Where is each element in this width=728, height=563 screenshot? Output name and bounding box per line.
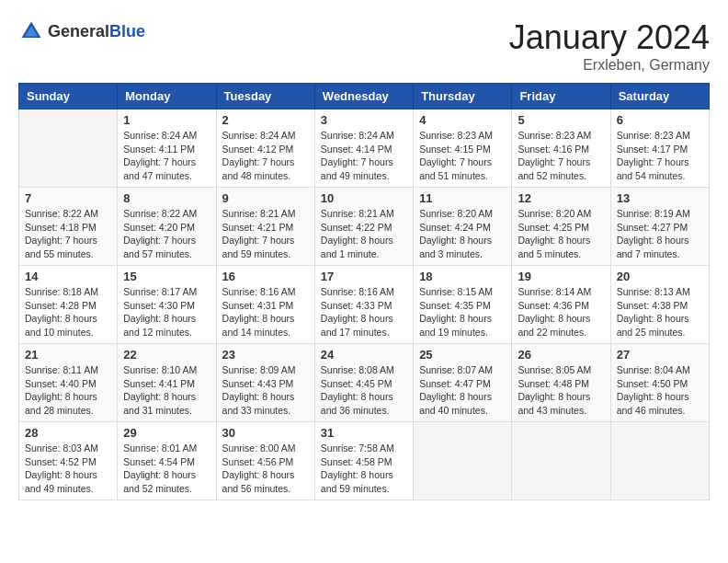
- day-info: Sunrise: 8:00 AM Sunset: 4:56 PM Dayligh…: [222, 442, 309, 496]
- day-number: 25: [419, 348, 506, 362]
- day-number: 7: [25, 191, 111, 205]
- calendar-cell: 1Sunrise: 8:24 AM Sunset: 4:11 PM Daylig…: [118, 109, 216, 188]
- day-info: Sunrise: 8:08 AM Sunset: 4:45 PM Dayligh…: [321, 363, 407, 418]
- day-info: Sunrise: 7:58 AM Sunset: 4:58 PM Dayligh…: [321, 442, 407, 496]
- calendar-cell: 24Sunrise: 8:08 AM Sunset: 4:45 PM Dayli…: [314, 344, 413, 422]
- calendar-cell: 30Sunrise: 8:00 AM Sunset: 4:56 PM Dayli…: [216, 422, 314, 500]
- day-info: Sunrise: 8:07 AM Sunset: 4:47 PM Dayligh…: [419, 363, 506, 418]
- day-info: Sunrise: 8:17 AM Sunset: 4:30 PM Dayligh…: [123, 285, 210, 339]
- calendar-cell: 3Sunrise: 8:24 AM Sunset: 4:14 PM Daylig…: [314, 109, 413, 188]
- location-subtitle: Erxleben, Germany: [509, 57, 710, 74]
- calendar-cell: 25Sunrise: 8:07 AM Sunset: 4:47 PM Dayli…: [414, 344, 512, 422]
- calendar-cell: 27Sunrise: 8:04 AM Sunset: 4:50 PM Dayli…: [610, 344, 709, 422]
- calendar-cell: 6Sunrise: 8:23 AM Sunset: 4:17 PM Daylig…: [610, 109, 709, 188]
- day-number: 13: [617, 191, 703, 205]
- day-number: 23: [222, 348, 309, 362]
- calendar-cell: 26Sunrise: 8:05 AM Sunset: 4:48 PM Dayli…: [512, 344, 610, 422]
- day-info: Sunrise: 8:15 AM Sunset: 4:35 PM Dayligh…: [419, 285, 506, 339]
- day-info: Sunrise: 8:04 AM Sunset: 4:50 PM Dayligh…: [617, 363, 703, 418]
- day-number: 26: [518, 348, 604, 362]
- day-number: 28: [25, 426, 111, 440]
- title-block: January 2024 Erxleben, Germany: [509, 18, 710, 74]
- day-info: Sunrise: 8:21 AM Sunset: 4:22 PM Dayligh…: [321, 207, 407, 261]
- day-number: 15: [123, 270, 210, 283]
- calendar-header-row: SundayMondayTuesdayWednesdayThursdayFrid…: [19, 84, 710, 109]
- calendar-cell: 9Sunrise: 8:21 AM Sunset: 4:21 PM Daylig…: [216, 188, 314, 266]
- day-info: Sunrise: 8:24 AM Sunset: 4:11 PM Dayligh…: [123, 129, 210, 183]
- day-info: Sunrise: 8:24 AM Sunset: 4:14 PM Dayligh…: [321, 129, 407, 183]
- calendar-cell: 15Sunrise: 8:17 AM Sunset: 4:30 PM Dayli…: [118, 266, 216, 344]
- calendar-cell: 13Sunrise: 8:19 AM Sunset: 4:27 PM Dayli…: [610, 188, 709, 266]
- day-number: 3: [321, 113, 407, 127]
- day-number: 5: [518, 113, 604, 127]
- day-of-week-header: Sunday: [19, 84, 118, 109]
- day-number: 30: [222, 426, 309, 440]
- day-info: Sunrise: 8:20 AM Sunset: 4:24 PM Dayligh…: [419, 207, 506, 261]
- day-of-week-header: Wednesday: [314, 84, 413, 109]
- calendar-cell: 4Sunrise: 8:23 AM Sunset: 4:15 PM Daylig…: [414, 109, 512, 188]
- day-number: 27: [617, 348, 703, 362]
- day-number: 11: [419, 191, 506, 205]
- calendar-cell: 17Sunrise: 8:16 AM Sunset: 4:33 PM Dayli…: [314, 266, 413, 344]
- calendar-table: SundayMondayTuesdayWednesdayThursdayFrid…: [18, 83, 710, 500]
- calendar-cell: 22Sunrise: 8:10 AM Sunset: 4:41 PM Dayli…: [118, 344, 216, 422]
- calendar-week-row: 14Sunrise: 8:18 AM Sunset: 4:28 PM Dayli…: [19, 266, 710, 344]
- day-info: Sunrise: 8:05 AM Sunset: 4:48 PM Dayligh…: [518, 363, 604, 418]
- calendar-cell: 29Sunrise: 8:01 AM Sunset: 4:54 PM Dayli…: [118, 422, 216, 500]
- day-info: Sunrise: 8:21 AM Sunset: 4:21 PM Dayligh…: [222, 207, 309, 261]
- calendar-cell: [610, 422, 709, 500]
- calendar-cell: [19, 109, 118, 188]
- calendar-cell: 31Sunrise: 7:58 AM Sunset: 4:58 PM Dayli…: [314, 422, 413, 500]
- day-info: Sunrise: 8:19 AM Sunset: 4:27 PM Dayligh…: [617, 207, 703, 261]
- day-info: Sunrise: 8:10 AM Sunset: 4:41 PM Dayligh…: [123, 363, 210, 418]
- day-number: 4: [419, 113, 506, 127]
- day-number: 9: [222, 191, 309, 205]
- calendar-cell: 20Sunrise: 8:13 AM Sunset: 4:38 PM Dayli…: [610, 266, 709, 344]
- day-info: Sunrise: 8:18 AM Sunset: 4:28 PM Dayligh…: [25, 285, 111, 339]
- day-number: 16: [222, 270, 309, 283]
- day-number: 18: [419, 270, 506, 283]
- page-header: GeneralBlue January 2024 Erxleben, Germa…: [18, 18, 710, 74]
- day-number: 31: [321, 426, 407, 440]
- logo: GeneralBlue: [18, 18, 145, 44]
- day-of-week-header: Friday: [512, 84, 610, 109]
- calendar-cell: 5Sunrise: 8:23 AM Sunset: 4:16 PM Daylig…: [512, 109, 610, 188]
- calendar-cell: 21Sunrise: 8:11 AM Sunset: 4:40 PM Dayli…: [19, 344, 118, 422]
- day-info: Sunrise: 8:22 AM Sunset: 4:18 PM Dayligh…: [25, 207, 111, 261]
- logo-icon: [18, 18, 44, 44]
- day-number: 12: [518, 191, 604, 205]
- day-of-week-header: Tuesday: [216, 84, 314, 109]
- day-number: 2: [222, 113, 309, 127]
- day-info: Sunrise: 8:01 AM Sunset: 4:54 PM Dayligh…: [123, 442, 210, 496]
- day-info: Sunrise: 8:13 AM Sunset: 4:38 PM Dayligh…: [617, 285, 703, 339]
- day-info: Sunrise: 8:16 AM Sunset: 4:31 PM Dayligh…: [222, 285, 309, 339]
- calendar-cell: 28Sunrise: 8:03 AM Sunset: 4:52 PM Dayli…: [19, 422, 118, 500]
- day-info: Sunrise: 8:16 AM Sunset: 4:33 PM Dayligh…: [321, 285, 407, 339]
- day-number: 20: [617, 270, 703, 283]
- calendar-cell: 7Sunrise: 8:22 AM Sunset: 4:18 PM Daylig…: [19, 188, 118, 266]
- day-info: Sunrise: 8:09 AM Sunset: 4:43 PM Dayligh…: [222, 363, 309, 418]
- day-info: Sunrise: 8:24 AM Sunset: 4:12 PM Dayligh…: [222, 129, 309, 183]
- day-info: Sunrise: 8:23 AM Sunset: 4:17 PM Dayligh…: [617, 129, 703, 183]
- day-of-week-header: Thursday: [414, 84, 512, 109]
- logo-text: GeneralBlue: [48, 22, 145, 41]
- day-info: Sunrise: 8:23 AM Sunset: 4:15 PM Dayligh…: [419, 129, 506, 183]
- day-number: 17: [321, 270, 407, 283]
- calendar-cell: 23Sunrise: 8:09 AM Sunset: 4:43 PM Dayli…: [216, 344, 314, 422]
- day-number: 1: [123, 113, 210, 127]
- day-number: 21: [25, 348, 111, 362]
- calendar-week-row: 28Sunrise: 8:03 AM Sunset: 4:52 PM Dayli…: [19, 422, 710, 500]
- day-info: Sunrise: 8:11 AM Sunset: 4:40 PM Dayligh…: [25, 363, 111, 418]
- day-number: 14: [25, 270, 111, 283]
- calendar-week-row: 21Sunrise: 8:11 AM Sunset: 4:40 PM Dayli…: [19, 344, 710, 422]
- day-number: 29: [123, 426, 210, 440]
- day-of-week-header: Monday: [118, 84, 216, 109]
- day-number: 24: [321, 348, 407, 362]
- month-year-title: January 2024: [509, 18, 710, 57]
- day-number: 8: [123, 191, 210, 205]
- day-number: 6: [617, 113, 703, 127]
- calendar-cell: 14Sunrise: 8:18 AM Sunset: 4:28 PM Dayli…: [19, 266, 118, 344]
- calendar-cell: 16Sunrise: 8:16 AM Sunset: 4:31 PM Dayli…: [216, 266, 314, 344]
- day-number: 10: [321, 191, 407, 205]
- day-info: Sunrise: 8:14 AM Sunset: 4:36 PM Dayligh…: [518, 285, 604, 339]
